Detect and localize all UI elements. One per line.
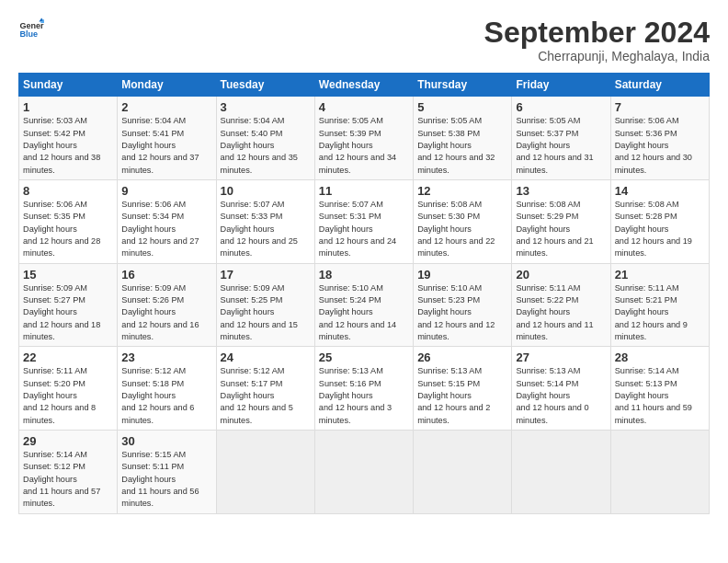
day-info: Sunrise: 5:07 AMSunset: 5:33 PMDaylight … bbox=[221, 200, 298, 258]
day-number: 5 bbox=[417, 100, 507, 114]
table-cell: 13 Sunrise: 5:08 AMSunset: 5:29 PMDaylig… bbox=[512, 179, 610, 263]
day-info: Sunrise: 5:11 AMSunset: 5:21 PMDaylight … bbox=[615, 283, 688, 341]
table-row: 8 Sunrise: 5:06 AMSunset: 5:35 PMDayligh… bbox=[19, 179, 710, 263]
table-cell: 15 Sunrise: 5:09 AMSunset: 5:27 PMDaylig… bbox=[19, 263, 118, 347]
day-info: Sunrise: 5:11 AMSunset: 5:22 PMDaylight … bbox=[516, 283, 593, 341]
table-cell: 2 Sunrise: 5:04 AMSunset: 5:41 PMDayligh… bbox=[118, 97, 216, 180]
table-cell: 11 Sunrise: 5:07 AMSunset: 5:31 PMDaylig… bbox=[314, 179, 413, 263]
day-number: 11 bbox=[319, 184, 409, 198]
table-cell bbox=[610, 431, 709, 514]
day-number: 7 bbox=[615, 100, 705, 114]
day-info: Sunrise: 5:09 AMSunset: 5:25 PMDaylight … bbox=[221, 283, 298, 341]
table-cell: 25 Sunrise: 5:13 AMSunset: 5:16 PMDaylig… bbox=[314, 347, 413, 431]
day-number: 12 bbox=[417, 184, 507, 198]
day-number: 27 bbox=[516, 350, 606, 364]
table-cell: 24 Sunrise: 5:12 AMSunset: 5:17 PMDaylig… bbox=[216, 347, 314, 431]
day-info: Sunrise: 5:15 AMSunset: 5:11 PMDaylight … bbox=[121, 450, 199, 508]
day-info: Sunrise: 5:05 AMSunset: 5:37 PMDaylight … bbox=[516, 116, 593, 174]
table-cell: 22 Sunrise: 5:11 AMSunset: 5:20 PMDaylig… bbox=[19, 347, 118, 431]
day-number: 9 bbox=[121, 184, 211, 198]
day-info: Sunrise: 5:10 AMSunset: 5:23 PMDaylight … bbox=[417, 283, 495, 341]
day-info: Sunrise: 5:05 AMSunset: 5:39 PMDaylight … bbox=[319, 116, 396, 174]
day-info: Sunrise: 5:10 AMSunset: 5:24 PMDaylight … bbox=[319, 283, 396, 341]
table-cell: 16 Sunrise: 5:09 AMSunset: 5:26 PMDaylig… bbox=[118, 263, 216, 347]
header-row: Sunday Monday Tuesday Wednesday Thursday… bbox=[19, 74, 710, 97]
day-number: 23 bbox=[121, 350, 211, 364]
table-cell: 27 Sunrise: 5:13 AMSunset: 5:14 PMDaylig… bbox=[512, 347, 610, 431]
day-info: Sunrise: 5:09 AMSunset: 5:26 PMDaylight … bbox=[121, 283, 199, 341]
table-cell: 12 Sunrise: 5:08 AMSunset: 5:30 PMDaylig… bbox=[414, 179, 512, 263]
day-number: 24 bbox=[221, 350, 311, 364]
table-row: 22 Sunrise: 5:11 AMSunset: 5:20 PMDaylig… bbox=[19, 347, 710, 431]
day-info: Sunrise: 5:12 AMSunset: 5:18 PMDaylight … bbox=[121, 366, 194, 424]
table-cell: 7 Sunrise: 5:06 AMSunset: 5:36 PMDayligh… bbox=[610, 97, 709, 180]
day-number: 15 bbox=[23, 268, 113, 282]
day-info: Sunrise: 5:13 AMSunset: 5:14 PMDaylight … bbox=[516, 366, 588, 424]
day-info: Sunrise: 5:13 AMSunset: 5:15 PMDaylight … bbox=[417, 366, 490, 424]
day-number: 19 bbox=[417, 268, 507, 282]
table-cell: 26 Sunrise: 5:13 AMSunset: 5:15 PMDaylig… bbox=[414, 347, 512, 431]
table-cell: 1 Sunrise: 5:03 AMSunset: 5:42 PMDayligh… bbox=[19, 97, 118, 180]
col-wednesday: Wednesday bbox=[314, 74, 413, 97]
day-number: 28 bbox=[615, 350, 705, 364]
col-tuesday: Tuesday bbox=[216, 74, 314, 97]
table-row: 1 Sunrise: 5:03 AMSunset: 5:42 PMDayligh… bbox=[19, 97, 710, 180]
day-info: Sunrise: 5:04 AMSunset: 5:41 PMDaylight … bbox=[121, 116, 199, 174]
day-info: Sunrise: 5:08 AMSunset: 5:30 PMDaylight … bbox=[417, 200, 495, 258]
table-cell: 17 Sunrise: 5:09 AMSunset: 5:25 PMDaylig… bbox=[216, 263, 314, 347]
table-cell: 9 Sunrise: 5:06 AMSunset: 5:34 PMDayligh… bbox=[118, 179, 216, 263]
day-info: Sunrise: 5:05 AMSunset: 5:38 PMDaylight … bbox=[417, 116, 495, 174]
logo-icon: General Blue bbox=[18, 17, 44, 42]
day-number: 2 bbox=[121, 100, 211, 114]
subtitle: Cherrapunji, Meghalaya, India bbox=[484, 49, 710, 63]
table-cell: 19 Sunrise: 5:10 AMSunset: 5:23 PMDaylig… bbox=[414, 263, 512, 347]
table-cell: 23 Sunrise: 5:12 AMSunset: 5:18 PMDaylig… bbox=[118, 347, 216, 431]
table-cell bbox=[216, 431, 314, 514]
day-info: Sunrise: 5:04 AMSunset: 5:40 PMDaylight … bbox=[221, 116, 298, 174]
day-number: 14 bbox=[615, 184, 705, 198]
calendar-table: Sunday Monday Tuesday Wednesday Thursday… bbox=[18, 73, 710, 514]
day-number: 10 bbox=[221, 184, 311, 198]
col-thursday: Thursday bbox=[414, 74, 512, 97]
day-info: Sunrise: 5:09 AMSunset: 5:27 PMDaylight … bbox=[23, 283, 100, 341]
page: General Blue September 2024 Cherrapunji,… bbox=[0, 0, 728, 563]
day-number: 3 bbox=[221, 100, 311, 114]
table-cell: 5 Sunrise: 5:05 AMSunset: 5:38 PMDayligh… bbox=[414, 97, 512, 180]
table-cell: 18 Sunrise: 5:10 AMSunset: 5:24 PMDaylig… bbox=[314, 263, 413, 347]
day-info: Sunrise: 5:08 AMSunset: 5:28 PMDaylight … bbox=[615, 200, 692, 258]
col-saturday: Saturday bbox=[610, 74, 709, 97]
day-number: 21 bbox=[615, 268, 705, 282]
table-cell: 10 Sunrise: 5:07 AMSunset: 5:33 PMDaylig… bbox=[216, 179, 314, 263]
table-cell: 8 Sunrise: 5:06 AMSunset: 5:35 PMDayligh… bbox=[19, 179, 118, 263]
table-cell bbox=[512, 431, 610, 514]
table-cell: 6 Sunrise: 5:05 AMSunset: 5:37 PMDayligh… bbox=[512, 97, 610, 180]
svg-text:General: General bbox=[19, 21, 44, 30]
day-info: Sunrise: 5:14 AMSunset: 5:12 PMDaylight … bbox=[23, 450, 100, 508]
table-cell: 20 Sunrise: 5:11 AMSunset: 5:22 PMDaylig… bbox=[512, 263, 610, 347]
day-number: 29 bbox=[23, 434, 113, 448]
day-info: Sunrise: 5:08 AMSunset: 5:29 PMDaylight … bbox=[516, 200, 593, 258]
title-block: September 2024 Cherrapunji, Meghalaya, I… bbox=[484, 17, 710, 63]
table-cell: 3 Sunrise: 5:04 AMSunset: 5:40 PMDayligh… bbox=[216, 97, 314, 180]
day-number: 18 bbox=[319, 268, 409, 282]
day-number: 4 bbox=[319, 100, 409, 114]
table-cell: 30 Sunrise: 5:15 AMSunset: 5:11 PMDaylig… bbox=[118, 431, 216, 514]
day-info: Sunrise: 5:03 AMSunset: 5:42 PMDaylight … bbox=[23, 116, 100, 174]
day-number: 22 bbox=[23, 350, 113, 364]
day-number: 17 bbox=[221, 268, 311, 282]
day-number: 6 bbox=[516, 100, 606, 114]
svg-text:Blue: Blue bbox=[19, 29, 38, 39]
table-row: 15 Sunrise: 5:09 AMSunset: 5:27 PMDaylig… bbox=[19, 263, 710, 347]
col-sunday: Sunday bbox=[19, 74, 118, 97]
col-monday: Monday bbox=[118, 74, 216, 97]
day-info: Sunrise: 5:11 AMSunset: 5:20 PMDaylight … bbox=[23, 366, 96, 424]
day-info: Sunrise: 5:06 AMSunset: 5:36 PMDaylight … bbox=[615, 116, 692, 174]
day-info: Sunrise: 5:07 AMSunset: 5:31 PMDaylight … bbox=[319, 200, 396, 258]
table-cell: 28 Sunrise: 5:14 AMSunset: 5:13 PMDaylig… bbox=[610, 347, 709, 431]
table-cell: 21 Sunrise: 5:11 AMSunset: 5:21 PMDaylig… bbox=[610, 263, 709, 347]
day-number: 1 bbox=[23, 100, 113, 114]
day-info: Sunrise: 5:06 AMSunset: 5:35 PMDaylight … bbox=[23, 200, 100, 258]
logo: General Blue bbox=[18, 17, 44, 42]
day-info: Sunrise: 5:12 AMSunset: 5:17 PMDaylight … bbox=[221, 366, 293, 424]
table-cell bbox=[314, 431, 413, 514]
